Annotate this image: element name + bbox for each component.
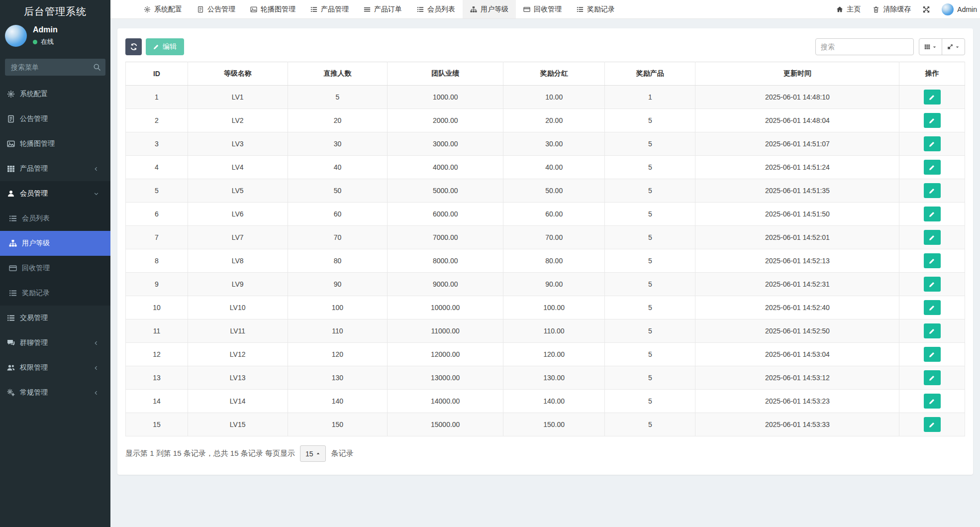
row-edit-button[interactable]: [924, 207, 941, 221]
row-edit-button[interactable]: [924, 370, 941, 385]
pencil-icon: [929, 422, 935, 428]
row-edit-button[interactable]: [924, 90, 941, 105]
tab-member-list[interactable]: 会员列表: [409, 0, 463, 18]
column-header: 操作: [899, 62, 965, 86]
row-edit-button[interactable]: [924, 323, 941, 338]
navbar-user-menu[interactable]: Admin: [942, 3, 977, 15]
cell-reward-product: 5: [605, 296, 695, 319]
row-edit-button[interactable]: [924, 277, 941, 292]
app-window: 后台管理系统 Admin 在线 系统配置公告管理轮播图管理产品管理会员管理会员列…: [0, 0, 980, 527]
cell-team-performance: 7000.00: [388, 226, 503, 249]
sidebar-item-announcement[interactable]: 公告管理: [0, 106, 110, 131]
row-edit-button[interactable]: [924, 417, 941, 432]
tab-announcement[interactable]: 公告管理: [190, 0, 243, 18]
cell-id: 7: [126, 226, 188, 249]
tab-system-config-label: 系统配置: [154, 5, 182, 14]
row-edit-button[interactable]: [924, 160, 941, 175]
sidebar-item-group-chat[interactable]: 群聊管理: [0, 330, 110, 355]
sidebar-item-member-list[interactable]: 会员列表: [0, 206, 110, 231]
chevron-left-icon: [94, 391, 98, 395]
row-edit-button[interactable]: [924, 394, 941, 409]
tab-product-orders[interactable]: 产品订单: [356, 0, 409, 18]
tab-user-level[interactable]: 用户等级: [463, 0, 516, 18]
refresh-button[interactable]: [125, 38, 142, 55]
tab-system-config[interactable]: 系统配置: [136, 0, 190, 18]
sidebar-item-recycle[interactable]: 回收管理: [0, 256, 110, 281]
sidebar-item-reward-records[interactable]: 奖励记录: [0, 281, 110, 306]
page-content: 编辑: [110, 19, 980, 527]
table-row: 9LV9909000.0090.0052025-06-01 14:52:31: [126, 273, 965, 296]
tab-carousel[interactable]: 轮播图管理: [243, 0, 303, 18]
sidebar-item-permission[interactable]: 权限管理: [0, 355, 110, 380]
cell-level-name: LV10: [188, 296, 288, 319]
column-header: ID: [126, 62, 188, 86]
cell-actions: [899, 249, 965, 273]
sidebar-item-transaction[interactable]: 交易管理: [0, 306, 110, 330]
row-edit-button[interactable]: [924, 183, 941, 198]
sidebar-toggle-button[interactable]: [110, 0, 126, 18]
sidebar-item-product[interactable]: 产品管理: [0, 156, 110, 181]
pencil-icon: [929, 328, 935, 334]
pagination-bar: 显示第 1 到第 15 条记录，总共 15 条记录 每页显示 15 条记录: [125, 445, 965, 462]
cell-reward-product: 5: [605, 132, 695, 156]
tab-carousel-label: 轮播图管理: [261, 5, 295, 14]
page-size-dropdown[interactable]: 15: [300, 445, 326, 462]
table-search-input[interactable]: [815, 38, 914, 55]
cell-update-time: 2025-06-01 14:53:04: [695, 343, 899, 366]
column-header: 等级名称: [188, 62, 288, 86]
table-row: 8LV8808000.0080.0052025-06-01 14:52:13: [126, 249, 965, 273]
row-edit-button[interactable]: [924, 113, 941, 128]
export-button[interactable]: [942, 38, 965, 55]
chat-icon: [7, 339, 15, 347]
sidebar-item-member[interactable]: 会员管理: [0, 181, 110, 206]
sidebar-item-user-level[interactable]: 用户等级: [0, 231, 110, 256]
cell-actions: [899, 132, 965, 156]
tab-product[interactable]: 产品管理: [303, 0, 356, 18]
tab-reward-records[interactable]: 奖励记录: [569, 0, 622, 18]
cell-actions: [899, 366, 965, 390]
card-icon: [9, 264, 17, 272]
cell-id: 13: [126, 366, 188, 390]
cell-team-performance: 5000.00: [388, 179, 503, 203]
cell-level-name: LV3: [188, 132, 288, 156]
fullscreen-button[interactable]: [923, 6, 930, 13]
pencil-icon: [929, 164, 935, 171]
row-edit-button[interactable]: [924, 300, 941, 315]
row-edit-button[interactable]: [924, 230, 941, 245]
sidebar-search-input[interactable]: [5, 59, 105, 76]
cell-update-time: 2025-06-01 14:52:31: [695, 273, 899, 296]
table-row: 15LV1515015000.00150.0052025-06-01 14:53…: [126, 413, 965, 436]
table-row: 2LV2202000.0020.0052025-06-01 14:48:04: [126, 109, 965, 132]
edit-button[interactable]: 编辑: [146, 38, 184, 55]
file-icon: [197, 6, 204, 13]
home-link[interactable]: 主页: [836, 5, 861, 14]
cell-actions: [899, 413, 965, 436]
clear-cache-link[interactable]: 清除缓存: [873, 5, 911, 14]
cell-level-name: LV4: [188, 156, 288, 179]
cell-level-name: LV6: [188, 203, 288, 226]
sidebar-item-member-list-label: 会员列表: [22, 214, 50, 223]
sidebar-item-reward-records-label: 奖励记录: [22, 289, 50, 298]
cell-team-performance: 2000.00: [388, 109, 503, 132]
table-options-group: [919, 38, 965, 55]
cell-reward-product: 1: [605, 86, 695, 109]
cell-level-name: LV1: [188, 86, 288, 109]
cell-direct-count: 150: [288, 413, 388, 436]
cell-reward-dividend: 100.00: [503, 296, 605, 319]
row-edit-button[interactable]: [924, 347, 941, 362]
tab-recycle[interactable]: 回收管理: [516, 0, 569, 18]
row-edit-button[interactable]: [924, 253, 941, 268]
sidebar-item-general[interactable]: 常规管理: [0, 380, 110, 405]
row-edit-button[interactable]: [924, 136, 941, 151]
pencil-icon: [153, 44, 159, 50]
cell-update-time: 2025-06-01 14:48:04: [695, 109, 899, 132]
sidebar-item-carousel[interactable]: 轮播图管理: [0, 131, 110, 156]
cell-reward-dividend: 70.00: [503, 226, 605, 249]
table-row: 1LV151000.0010.0012025-06-01 14:48:10: [126, 86, 965, 109]
cell-update-time: 2025-06-01 14:48:10: [695, 86, 899, 109]
cell-id: 5: [126, 179, 188, 203]
sitemap-icon: [470, 6, 477, 13]
columns-toggle-button[interactable]: [919, 38, 942, 55]
sidebar-item-system-config[interactable]: 系统配置: [0, 82, 110, 106]
home-label: 主页: [847, 5, 861, 14]
